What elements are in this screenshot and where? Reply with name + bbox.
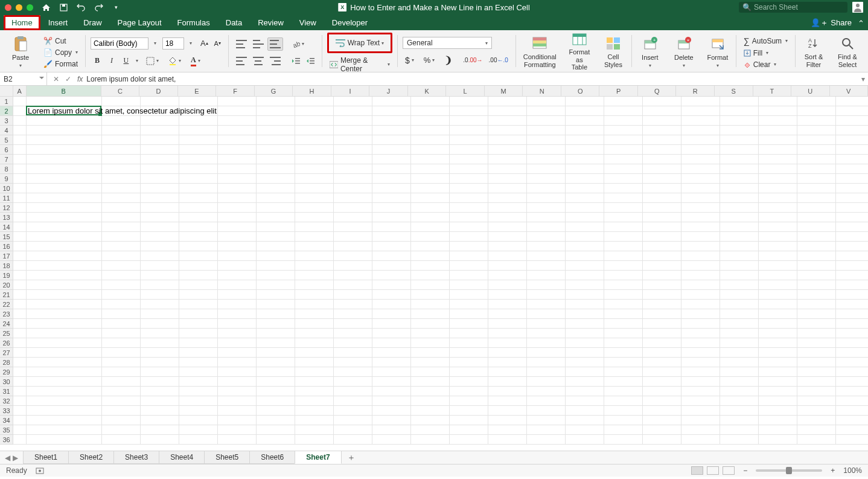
cell[interactable] — [411, 377, 450, 387]
cell[interactable] — [566, 155, 604, 164]
cell[interactable] — [643, 367, 681, 377]
cell[interactable] — [141, 145, 179, 155]
cell[interactable] — [566, 145, 604, 155]
cell[interactable] — [450, 396, 488, 406]
cell[interactable] — [488, 309, 527, 319]
cell[interactable] — [218, 213, 257, 222]
cell[interactable] — [334, 329, 372, 338]
cell[interactable] — [720, 425, 759, 435]
cell[interactable] — [141, 290, 179, 300]
cell[interactable] — [797, 222, 836, 232]
cell[interactable] — [295, 213, 334, 222]
cell[interactable] — [13, 251, 27, 261]
cell[interactable] — [720, 106, 759, 116]
percent-button[interactable]: % — [421, 54, 438, 67]
cell[interactable] — [218, 271, 257, 280]
cell[interactable] — [372, 232, 411, 242]
cell[interactable] — [27, 97, 102, 106]
cell[interactable] — [643, 348, 681, 358]
cell[interactable] — [218, 358, 257, 367]
cell[interactable] — [372, 145, 411, 155]
cell[interactable] — [797, 387, 836, 396]
cell[interactable] — [372, 193, 411, 203]
cell[interactable] — [527, 203, 566, 213]
cell[interactable] — [27, 213, 102, 222]
font-size-input[interactable] — [162, 37, 184, 50]
cell[interactable] — [488, 164, 527, 174]
cell[interactable] — [218, 116, 257, 126]
tab-draw[interactable]: Draw — [75, 15, 109, 30]
cell[interactable] — [295, 232, 334, 242]
cell[interactable] — [218, 416, 257, 425]
cell[interactable] — [218, 319, 257, 329]
sheet-nav-next-icon[interactable]: ▶ — [13, 454, 18, 462]
cell[interactable] — [102, 145, 141, 155]
cell[interactable] — [836, 338, 868, 348]
cell[interactable] — [759, 280, 797, 290]
cell[interactable] — [527, 261, 566, 271]
cell[interactable] — [450, 348, 488, 358]
cell[interactable] — [334, 251, 372, 261]
cell[interactable] — [681, 416, 720, 425]
cell[interactable] — [681, 367, 720, 377]
cell[interactable] — [681, 319, 720, 329]
cell[interactable] — [257, 348, 295, 358]
cell[interactable] — [450, 164, 488, 174]
cell[interactable] — [527, 116, 566, 126]
cell[interactable] — [836, 242, 868, 251]
cell[interactable] — [295, 338, 334, 348]
cell[interactable] — [759, 319, 797, 329]
cell[interactable] — [759, 242, 797, 251]
zoom-out-button[interactable]: − — [743, 466, 747, 475]
cell[interactable] — [643, 309, 681, 319]
cell[interactable] — [13, 174, 27, 184]
cell[interactable] — [681, 116, 720, 126]
cell[interactable] — [604, 271, 643, 280]
cell[interactable] — [488, 377, 527, 387]
cell[interactable] — [643, 319, 681, 329]
cell[interactable] — [604, 396, 643, 406]
cell[interactable] — [27, 280, 102, 290]
column-header[interactable]: F — [216, 86, 255, 97]
cell[interactable] — [372, 184, 411, 193]
cell[interactable] — [450, 309, 488, 319]
cell[interactable] — [604, 126, 643, 135]
cell[interactable] — [27, 319, 102, 329]
cell[interactable] — [759, 300, 797, 309]
cell[interactable] — [720, 222, 759, 232]
cell[interactable] — [102, 377, 141, 387]
cell[interactable] — [179, 213, 218, 222]
cell[interactable] — [411, 232, 450, 242]
cell[interactable] — [411, 174, 450, 184]
cell[interactable] — [295, 203, 334, 213]
cell[interactable] — [13, 261, 27, 271]
cell[interactable] — [488, 290, 527, 300]
cell[interactable] — [411, 348, 450, 358]
cell[interactable] — [488, 232, 527, 242]
cell[interactable] — [450, 155, 488, 164]
cell[interactable] — [179, 319, 218, 329]
cell[interactable] — [372, 280, 411, 290]
cell[interactable] — [141, 135, 179, 145]
cell[interactable] — [102, 251, 141, 261]
cell[interactable] — [720, 155, 759, 164]
cell[interactable] — [372, 319, 411, 329]
align-left-button[interactable] — [234, 54, 249, 68]
cell[interactable] — [141, 242, 179, 251]
cell[interactable] — [566, 280, 604, 290]
cell[interactable] — [450, 193, 488, 203]
align-center-button[interactable] — [251, 54, 266, 68]
cell[interactable] — [295, 387, 334, 396]
cell[interactable] — [797, 319, 836, 329]
cell[interactable] — [411, 213, 450, 222]
cell[interactable] — [13, 290, 27, 300]
cell[interactable] — [179, 367, 218, 377]
cell[interactable] — [720, 435, 759, 445]
cell[interactable] — [334, 367, 372, 377]
cell[interactable] — [720, 416, 759, 425]
format-as-table-button[interactable]: Format as Table — [566, 33, 593, 70]
cell[interactable] — [527, 242, 566, 251]
cell[interactable] — [218, 155, 257, 164]
cell[interactable] — [334, 387, 372, 396]
cell[interactable] — [218, 435, 257, 445]
